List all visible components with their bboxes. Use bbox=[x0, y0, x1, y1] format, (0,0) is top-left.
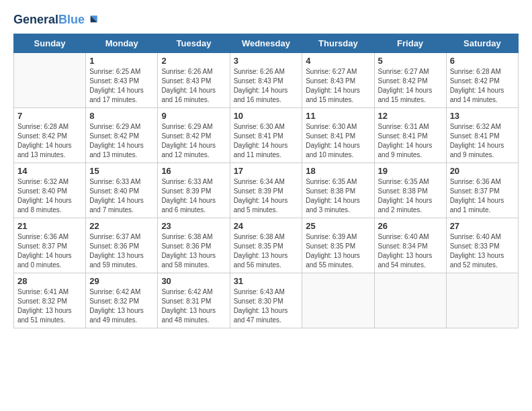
day-info: Sunrise: 6:33 AM Sunset: 8:39 PM Dayligh… bbox=[161, 177, 226, 215]
calendar-header-row: SundayMondayTuesdayWednesdayThursdayFrid… bbox=[14, 34, 519, 53]
day-info: Sunrise: 6:26 AM Sunset: 8:43 PM Dayligh… bbox=[161, 67, 226, 105]
day-number: 27 bbox=[450, 221, 515, 231]
day-info: Sunrise: 6:30 AM Sunset: 8:41 PM Dayligh… bbox=[234, 122, 299, 160]
day-info: Sunrise: 6:41 AM Sunset: 8:32 PM Dayligh… bbox=[17, 287, 82, 325]
day-info: Sunrise: 6:27 AM Sunset: 8:43 PM Dayligh… bbox=[306, 67, 370, 105]
day-info: Sunrise: 6:31 AM Sunset: 8:41 PM Dayligh… bbox=[378, 122, 443, 160]
day-number: 5 bbox=[378, 56, 443, 66]
day-info: Sunrise: 6:32 AM Sunset: 8:40 PM Dayligh… bbox=[17, 177, 82, 215]
day-number: 4 bbox=[306, 56, 370, 66]
calendar-week-4: 21Sunrise: 6:36 AM Sunset: 8:37 PM Dayli… bbox=[14, 218, 519, 273]
calendar-cell: 17Sunrise: 6:34 AM Sunset: 8:39 PM Dayli… bbox=[230, 163, 302, 218]
day-info: Sunrise: 6:42 AM Sunset: 8:31 PM Dayligh… bbox=[161, 287, 226, 325]
day-info: Sunrise: 6:40 AM Sunset: 8:34 PM Dayligh… bbox=[378, 232, 443, 270]
column-header-saturday: Saturday bbox=[446, 34, 518, 53]
day-info: Sunrise: 6:33 AM Sunset: 8:40 PM Dayligh… bbox=[89, 177, 154, 215]
day-info: Sunrise: 6:42 AM Sunset: 8:32 PM Dayligh… bbox=[89, 287, 154, 325]
day-info: Sunrise: 6:43 AM Sunset: 8:30 PM Dayligh… bbox=[234, 287, 299, 325]
day-info: Sunrise: 6:32 AM Sunset: 8:41 PM Dayligh… bbox=[450, 122, 515, 160]
column-header-sunday: Sunday bbox=[14, 34, 86, 53]
calendar-cell: 28Sunrise: 6:41 AM Sunset: 8:32 PM Dayli… bbox=[14, 273, 86, 328]
day-number: 25 bbox=[306, 221, 370, 231]
calendar-cell: 13Sunrise: 6:32 AM Sunset: 8:41 PM Dayli… bbox=[446, 108, 518, 163]
day-number: 11 bbox=[306, 111, 370, 121]
calendar-cell: 10Sunrise: 6:30 AM Sunset: 8:41 PM Dayli… bbox=[230, 108, 302, 163]
day-number: 16 bbox=[161, 166, 226, 176]
day-number: 15 bbox=[89, 166, 154, 176]
day-number: 9 bbox=[161, 111, 226, 121]
column-header-monday: Monday bbox=[86, 34, 158, 53]
day-number: 10 bbox=[234, 111, 299, 121]
day-number: 18 bbox=[306, 166, 370, 176]
day-info: Sunrise: 6:35 AM Sunset: 8:38 PM Dayligh… bbox=[306, 177, 370, 215]
logo-icon bbox=[86, 13, 99, 27]
day-number: 26 bbox=[378, 221, 443, 231]
calendar-week-1: 1Sunrise: 6:25 AM Sunset: 8:43 PM Daylig… bbox=[14, 53, 519, 108]
day-info: Sunrise: 6:26 AM Sunset: 8:43 PM Dayligh… bbox=[234, 67, 299, 105]
calendar-cell: 18Sunrise: 6:35 AM Sunset: 8:38 PM Dayli… bbox=[302, 163, 374, 218]
calendar-cell: 11Sunrise: 6:30 AM Sunset: 8:41 PM Dayli… bbox=[302, 108, 374, 163]
calendar-cell: 26Sunrise: 6:40 AM Sunset: 8:34 PM Dayli… bbox=[374, 218, 446, 273]
day-number: 22 bbox=[89, 221, 154, 231]
day-info: Sunrise: 6:27 AM Sunset: 8:42 PM Dayligh… bbox=[378, 67, 443, 105]
calendar-cell: 7Sunrise: 6:28 AM Sunset: 8:42 PM Daylig… bbox=[14, 108, 86, 163]
day-number: 24 bbox=[234, 221, 299, 231]
calendar-cell: 31Sunrise: 6:43 AM Sunset: 8:30 PM Dayli… bbox=[230, 273, 302, 328]
logo-text: GeneralBlue bbox=[13, 13, 85, 27]
day-number: 2 bbox=[161, 56, 226, 66]
day-info: Sunrise: 6:38 AM Sunset: 8:35 PM Dayligh… bbox=[234, 232, 299, 270]
calendar-cell bbox=[374, 273, 446, 328]
calendar-cell: 23Sunrise: 6:38 AM Sunset: 8:36 PM Dayli… bbox=[158, 218, 230, 273]
calendar-cell: 22Sunrise: 6:37 AM Sunset: 8:36 PM Dayli… bbox=[86, 218, 158, 273]
calendar-cell: 8Sunrise: 6:29 AM Sunset: 8:42 PM Daylig… bbox=[86, 108, 158, 163]
calendar-cell: 5Sunrise: 6:27 AM Sunset: 8:42 PM Daylig… bbox=[374, 53, 446, 108]
day-number: 17 bbox=[234, 166, 299, 176]
page-header: GeneralBlue bbox=[13, 13, 519, 27]
day-number: 12 bbox=[378, 111, 443, 121]
calendar-table: SundayMondayTuesdayWednesdayThursdayFrid… bbox=[13, 34, 519, 328]
day-info: Sunrise: 6:28 AM Sunset: 8:42 PM Dayligh… bbox=[17, 122, 82, 160]
day-info: Sunrise: 6:40 AM Sunset: 8:33 PM Dayligh… bbox=[450, 232, 515, 270]
day-number: 3 bbox=[234, 56, 299, 66]
calendar-cell: 25Sunrise: 6:39 AM Sunset: 8:35 PM Dayli… bbox=[302, 218, 374, 273]
column-header-tuesday: Tuesday bbox=[158, 34, 230, 53]
calendar-cell: 15Sunrise: 6:33 AM Sunset: 8:40 PM Dayli… bbox=[86, 163, 158, 218]
day-info: Sunrise: 6:35 AM Sunset: 8:38 PM Dayligh… bbox=[378, 177, 443, 215]
calendar-cell: 27Sunrise: 6:40 AM Sunset: 8:33 PM Dayli… bbox=[446, 218, 518, 273]
calendar-cell: 19Sunrise: 6:35 AM Sunset: 8:38 PM Dayli… bbox=[374, 163, 446, 218]
day-number: 20 bbox=[450, 166, 515, 176]
calendar-cell: 2Sunrise: 6:26 AM Sunset: 8:43 PM Daylig… bbox=[158, 53, 230, 108]
day-number: 19 bbox=[378, 166, 443, 176]
calendar-week-5: 28Sunrise: 6:41 AM Sunset: 8:32 PM Dayli… bbox=[14, 273, 519, 328]
calendar-cell: 24Sunrise: 6:38 AM Sunset: 8:35 PM Dayli… bbox=[230, 218, 302, 273]
day-number: 1 bbox=[89, 56, 154, 66]
day-number: 30 bbox=[161, 276, 226, 286]
day-info: Sunrise: 6:36 AM Sunset: 8:37 PM Dayligh… bbox=[450, 177, 515, 215]
calendar-week-2: 7Sunrise: 6:28 AM Sunset: 8:42 PM Daylig… bbox=[14, 108, 519, 163]
column-header-friday: Friday bbox=[374, 34, 446, 53]
day-info: Sunrise: 6:38 AM Sunset: 8:36 PM Dayligh… bbox=[161, 232, 226, 270]
day-info: Sunrise: 6:37 AM Sunset: 8:36 PM Dayligh… bbox=[89, 232, 154, 270]
day-number: 14 bbox=[17, 166, 82, 176]
column-header-wednesday: Wednesday bbox=[230, 34, 302, 53]
calendar-body: 1Sunrise: 6:25 AM Sunset: 8:43 PM Daylig… bbox=[14, 53, 519, 328]
day-number: 21 bbox=[17, 221, 82, 231]
day-number: 13 bbox=[450, 111, 515, 121]
day-info: Sunrise: 6:39 AM Sunset: 8:35 PM Dayligh… bbox=[306, 232, 370, 270]
calendar-cell: 9Sunrise: 6:29 AM Sunset: 8:42 PM Daylig… bbox=[158, 108, 230, 163]
day-number: 8 bbox=[89, 111, 154, 121]
day-info: Sunrise: 6:28 AM Sunset: 8:42 PM Dayligh… bbox=[450, 67, 515, 105]
calendar-week-3: 14Sunrise: 6:32 AM Sunset: 8:40 PM Dayli… bbox=[14, 163, 519, 218]
calendar-cell: 6Sunrise: 6:28 AM Sunset: 8:42 PM Daylig… bbox=[446, 53, 518, 108]
calendar-cell: 29Sunrise: 6:42 AM Sunset: 8:32 PM Dayli… bbox=[86, 273, 158, 328]
calendar-cell bbox=[14, 53, 86, 108]
calendar-cell: 4Sunrise: 6:27 AM Sunset: 8:43 PM Daylig… bbox=[302, 53, 374, 108]
logo: GeneralBlue bbox=[13, 13, 99, 27]
day-number: 29 bbox=[89, 276, 154, 286]
day-number: 31 bbox=[234, 276, 299, 286]
calendar-cell: 14Sunrise: 6:32 AM Sunset: 8:40 PM Dayli… bbox=[14, 163, 86, 218]
day-number: 28 bbox=[17, 276, 82, 286]
calendar-cell: 21Sunrise: 6:36 AM Sunset: 8:37 PM Dayli… bbox=[14, 218, 86, 273]
column-header-thursday: Thursday bbox=[302, 34, 374, 53]
calendar-cell: 12Sunrise: 6:31 AM Sunset: 8:41 PM Dayli… bbox=[374, 108, 446, 163]
